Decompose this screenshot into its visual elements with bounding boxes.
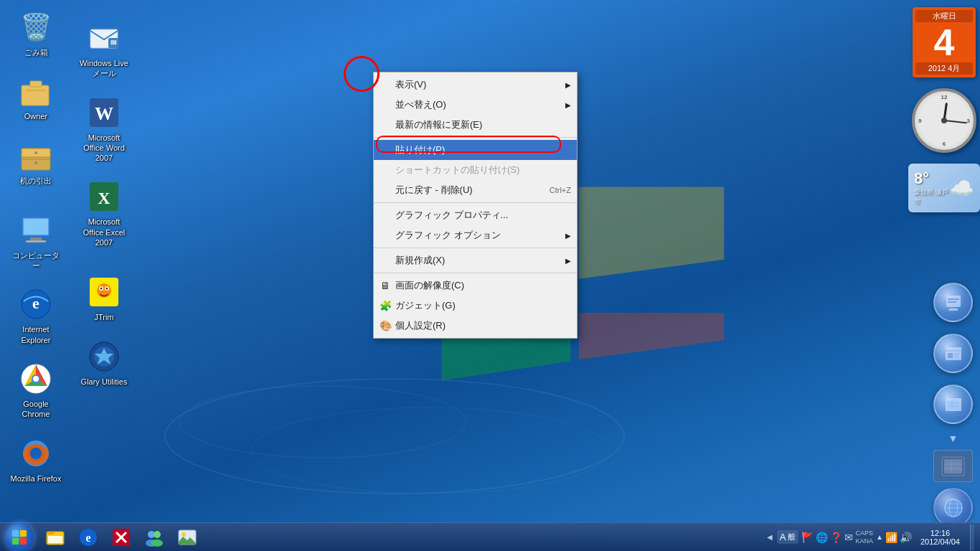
system-tray: ◀ A 般 🚩 🌐 ❓ ✉ CAPS KANA ▲ 📶 xyxy=(760,524,980,550)
firefox-icon xyxy=(19,436,53,471)
weather-gadget[interactable]: 8° 愛知県 瀬戸市 ☁️ xyxy=(908,164,980,212)
undo-shortcut: Ctrl+Z xyxy=(550,186,571,194)
tray-icon-mail[interactable]: ✉ xyxy=(844,532,853,543)
desktop-icon-word[interactable]: W Microsoft Office Word 2007 xyxy=(75,93,133,166)
glary-label: Glary Utilities xyxy=(81,377,128,387)
taskbar-btn-picture[interactable] xyxy=(172,524,202,550)
desktop-icon-jtrim[interactable]: JTrim xyxy=(75,272,133,325)
tray-icon-flag[interactable]: 🚩 xyxy=(801,532,814,543)
desktop-icon-windows-live-mail[interactable]: ✉ Windows Live メール xyxy=(75,18,133,82)
tray-expand-up[interactable]: ▲ xyxy=(876,533,883,541)
tray-icons-right: ▲ 📶 🔊 xyxy=(876,532,912,543)
gadget-sq-1[interactable] xyxy=(933,450,973,482)
graphics-props-label: グラフィック プロパティ... xyxy=(395,209,508,222)
svg-point-77 xyxy=(154,531,161,538)
graphics-options-label: グラフィック オプション xyxy=(395,229,501,242)
context-menu-item-gadgets[interactable]: 🧩 ガジェット(G) xyxy=(374,296,577,316)
right-gadgets: ▼ xyxy=(933,280,973,527)
svg-rect-3 xyxy=(22,85,49,105)
jtrim-label: JTrim xyxy=(94,312,113,322)
tray-icons: 🚩 🌐 ❓ ✉ xyxy=(801,532,853,543)
desktop-icon-chrome[interactable]: Google Chrome xyxy=(7,359,65,423)
context-menu-item-new[interactable]: 新規作成(X) ▶ xyxy=(374,250,577,270)
context-menu-item-graphics-options[interactable]: グラフィック オプション ▶ xyxy=(374,225,577,245)
svg-rect-65 xyxy=(20,530,27,537)
ime-indicator[interactable]: A 般 xyxy=(777,530,798,544)
context-menu-item-resolution[interactable]: 🖥 画面の解像度(C) xyxy=(374,276,577,296)
desktop-icon-glary[interactable]: Glary Utilities xyxy=(75,336,133,390)
svg-rect-55 xyxy=(944,459,962,474)
svg-point-23 xyxy=(30,448,42,459)
svg-point-8 xyxy=(34,151,37,154)
recycle-bin-label: ごみ箱 xyxy=(24,47,48,57)
gadget-orb-1[interactable] xyxy=(933,283,973,322)
gadget-orb-globe[interactable] xyxy=(933,488,973,527)
context-menu-item-sort[interactable]: 並べ替え(O) ▶ xyxy=(374,95,577,115)
tray-icon-help[interactable]: ❓ xyxy=(830,532,842,543)
undo-label: 元に戻す - 削除(U) xyxy=(395,184,473,197)
jtrim-icon xyxy=(87,275,121,309)
word-label: Microsoft Office Word 2007 xyxy=(78,133,130,164)
weather-icon: ☁️ xyxy=(949,176,974,200)
tray-network-icon[interactable]: 📶 xyxy=(885,532,897,543)
desktop-icon-recycle-bin[interactable]: 🗑️ ごみ箱 xyxy=(7,7,65,60)
context-menu-item-graphics-props[interactable]: グラフィック プロパティ... xyxy=(374,205,577,225)
taskbar-btn-explorer[interactable] xyxy=(40,524,70,550)
context-menu-item-refresh[interactable]: 最新の情報に更新(E) xyxy=(374,115,577,135)
svg-rect-46 xyxy=(948,353,953,358)
context-menu-item-undo[interactable]: 元に戻す - 削除(U) Ctrl+Z xyxy=(374,180,577,200)
separator-2 xyxy=(374,202,577,203)
explorer-taskbar-icon xyxy=(44,527,66,548)
people-taskbar-icon xyxy=(143,527,165,548)
context-menu-item-paste-shortcut[interactable]: ショートカットの貼り付け(S) xyxy=(374,160,577,180)
tray-volume-icon[interactable]: 🔊 xyxy=(900,532,912,543)
svg-text:X: X xyxy=(98,189,110,207)
desktop-icon-ie[interactable]: e Internet Explorer xyxy=(7,284,65,348)
show-desktop-button[interactable] xyxy=(970,524,974,550)
graphics-options-arrow: ▶ xyxy=(565,232,571,240)
excel-label: Microsoft Office Excel 2007 xyxy=(78,217,130,248)
svg-point-35 xyxy=(100,288,103,290)
firefox-label: Mozilla Firefox xyxy=(11,474,62,484)
resolution-icon: 🖥 xyxy=(378,278,392,293)
svg-rect-41 xyxy=(949,309,958,311)
ime-mode-label: A xyxy=(780,532,786,542)
desktop-icon-computer[interactable]: コンピューター xyxy=(7,210,65,274)
svg-rect-67 xyxy=(20,538,27,545)
separator-3 xyxy=(374,248,577,248)
context-menu-item-personalize[interactable]: 🎨 個人設定(R) xyxy=(374,316,577,336)
windows-live-mail-icon: ✉ xyxy=(87,21,121,55)
taskbar-btn-xmark[interactable] xyxy=(106,524,136,550)
svg-rect-48 xyxy=(954,356,958,358)
computer-label: コンピューター xyxy=(10,250,62,271)
calendar-month: 2012 4月 xyxy=(915,62,973,75)
context-menu-item-paste[interactable]: 貼り付け(P) xyxy=(374,140,577,160)
kana-label: KANA xyxy=(856,537,874,545)
ie-icon: e xyxy=(19,287,53,321)
tray-expand-button[interactable]: ◀ xyxy=(765,532,774,542)
start-button[interactable] xyxy=(0,523,39,552)
desktop-icon-desk-drawer[interactable]: 机の引出 xyxy=(7,136,65,189)
ime-lang-label: 般 xyxy=(788,532,796,542)
taskbar-btn-ie[interactable]: e xyxy=(73,524,103,550)
gadgets-scroll-down[interactable]: ▼ xyxy=(948,433,958,444)
desktop-icons-container: 🗑️ ごみ箱 Owner xyxy=(7,7,122,509)
clock-gadget[interactable]: 12 6 3 9 xyxy=(912,88,976,153)
context-menu-item-view[interactable]: 表示(V) ▶ xyxy=(374,75,577,95)
taskbar-clock[interactable]: 12:16 2012/04/04 xyxy=(915,529,966,546)
desktop-icon-firefox[interactable]: Mozilla Firefox xyxy=(7,433,65,486)
tray-icon-network[interactable]: 🌐 xyxy=(816,532,828,543)
calendar-gadget[interactable]: 水曜日 4 2012 4月 xyxy=(913,7,976,77)
svg-point-20 xyxy=(33,376,39,382)
desktop: 🗑️ ごみ箱 Owner xyxy=(0,0,980,551)
gadget-orb-2[interactable] xyxy=(933,334,973,373)
resolution-label: 画面の解像度(C) xyxy=(395,279,464,292)
ie-label: Internet Explorer xyxy=(10,324,62,345)
calendar-day: 水曜日 xyxy=(915,10,973,22)
view-arrow: ▶ xyxy=(565,81,571,89)
desktop-icon-excel[interactable]: X Microsoft Office Excel 2007 xyxy=(75,176,133,250)
taskbar-btn-people[interactable] xyxy=(139,524,169,550)
gadget-orb-3[interactable] xyxy=(933,385,973,424)
context-menu: 表示(V) ▶ 並べ替え(O) ▶ 最新の情報に更新(E) 貼り付け(P) ショ… xyxy=(373,72,578,339)
desktop-icon-owner[interactable]: Owner xyxy=(7,71,65,124)
